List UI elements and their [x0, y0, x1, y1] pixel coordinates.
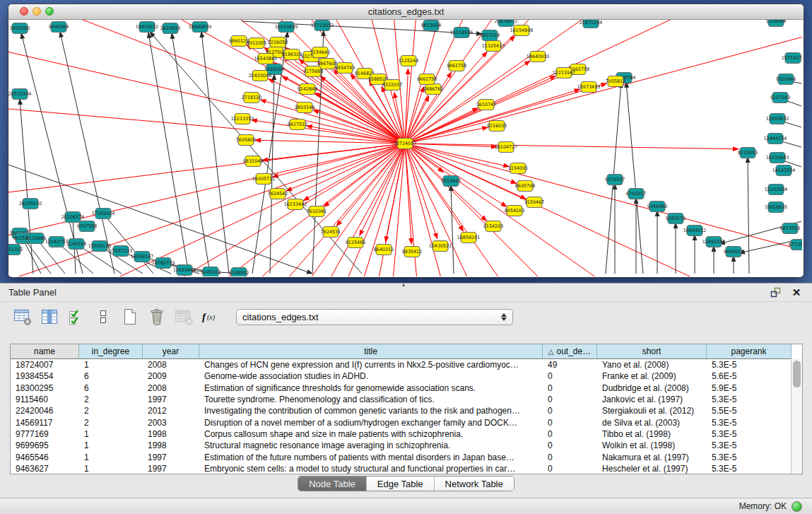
table-cell[interactable]: 5.3E-5 — [707, 464, 792, 474]
table-cell[interactable]: 9699695 — [11, 440, 79, 450]
column-header-title[interactable]: title — [199, 344, 543, 358]
table-row[interactable]: 1830029562008Estimation of significance … — [11, 382, 802, 394]
table-cell[interactable]: 9463627 — [11, 464, 79, 474]
graph-node[interactable]: 2226058 — [268, 37, 288, 48]
table-cell[interactable]: 0 — [543, 371, 597, 381]
clear-selection-icon[interactable] — [92, 305, 114, 328]
graph-node[interactable]: 9216035 — [487, 121, 507, 132]
table-cell[interactable]: 0 — [543, 406, 597, 416]
graph-node[interactable]: 1154642 — [310, 47, 330, 58]
graph-node[interactable]: 2486760 — [423, 84, 443, 95]
table-cell[interactable]: 5.3E-5 — [707, 440, 792, 450]
graph-node[interactable]: 7610341 — [307, 206, 326, 217]
table-cell[interactable]: Structural magnetic resonance image aver… — [199, 440, 543, 450]
graph-node[interactable]: 1610747 — [476, 100, 496, 110]
table-cell[interactable]: 0 — [543, 383, 597, 393]
table-cell[interactable]: Genome-wide association studies in ADHD. — [199, 371, 543, 381]
graph-node[interactable]: 2718120 — [242, 93, 261, 103]
graph-node[interactable]: 9835412 — [402, 247, 422, 257]
graph-node[interactable]: 6473559 — [780, 223, 800, 234]
graph-node[interactable]: 8454743 — [335, 63, 355, 74]
graph-node[interactable]: 7955812 — [606, 76, 625, 87]
graph-node[interactable]: 9861758 — [447, 61, 466, 71]
close-window-button[interactable] — [20, 7, 28, 16]
table-cell[interactable]: 1997 — [143, 452, 199, 462]
table-cell[interactable]: Estimation of the future numbers of pati… — [199, 452, 543, 462]
graph-node[interactable]: 1154091 — [508, 163, 528, 174]
table-cell[interactable]: 9777169 — [11, 429, 79, 439]
new-column-icon[interactable] — [119, 305, 141, 328]
table-cell[interactable]: Hescheler et al. (1997) — [597, 464, 707, 474]
table-cell[interactable]: 18300295 — [11, 383, 79, 393]
table-cell[interactable]: 5.5E-5 — [707, 406, 792, 416]
table-cell[interactable]: 1 — [79, 429, 143, 439]
table-cell[interactable]: Tibbo et al. (1998) — [597, 429, 707, 439]
graph-node[interactable]: 8912955 — [247, 38, 266, 49]
column-select-icon[interactable] — [38, 305, 61, 328]
table-cell[interactable]: 1 — [79, 452, 143, 462]
table-cell[interactable]: 9465546 — [11, 452, 79, 462]
graph-node[interactable]: 8695798 — [515, 181, 535, 192]
graph-node[interactable]: 9175685 — [303, 66, 323, 77]
graph-node[interactable]: 6791917 — [626, 189, 646, 199]
graph-node[interactable]: 2620659 — [160, 23, 180, 34]
table-cell[interactable]: 0 — [543, 440, 597, 450]
table-cell[interactable]: 5.3E-5 — [707, 395, 792, 404]
graph-node[interactable]: 1145194 — [66, 239, 86, 250]
table-cell[interactable]: 2009 — [143, 371, 199, 381]
column-header-outde[interactable]: △out_de… — [543, 344, 597, 358]
graph-node[interactable]: 7624542 — [268, 189, 288, 199]
graph-node[interactable]: 9242848 — [298, 84, 317, 95]
graph-node[interactable]: 9248502 — [229, 268, 249, 277]
table-cell[interactable]: Nakamura et al. (1997) — [597, 452, 707, 462]
table-cell[interactable]: 9115460 — [11, 395, 79, 404]
graph-node[interactable]: 1803580 — [10, 23, 30, 34]
table-cell[interactable]: 6 — [79, 371, 143, 381]
table-cell[interactable]: 2003 — [143, 418, 199, 428]
zoom-window-button[interactable] — [45, 7, 54, 16]
delete-column-icon[interactable] — [146, 305, 168, 328]
table-row[interactable]: 977716911998Corpus callosum shape and si… — [11, 428, 802, 440]
table-cell[interactable]: Corpus callosum shape and size in male p… — [199, 429, 543, 439]
table-cell[interactable]: 5.3E-5 — [707, 429, 792, 439]
graph-node[interactable]: 7695805 — [236, 135, 256, 146]
graph-node[interactable]: 5318584 — [766, 20, 786, 27]
table-cell[interactable]: 2 — [79, 395, 143, 404]
graph-node[interactable]: 9346980 — [647, 201, 667, 212]
table-cell[interactable]: Stergiakouli et al. (2012) — [597, 406, 707, 416]
graph-node[interactable]: 9051315 — [8, 245, 23, 255]
column-header-name[interactable]: name — [11, 344, 79, 358]
graph-node[interactable]: 9125486 — [346, 238, 365, 248]
table-cell[interactable]: Disruption of a novel member of a sodium… — [199, 418, 543, 428]
graph-node[interactable]: 9397588 — [77, 221, 97, 232]
graph-node[interactable]: 8215953 — [738, 148, 758, 158]
column-header-year[interactable]: year — [143, 344, 199, 358]
table-cell[interactable]: 5.3E-5 — [707, 452, 792, 462]
graph-node[interactable]: 9465012 — [724, 247, 743, 257]
table-row[interactable]: 1456911722003Disruption of a novel membe… — [11, 416, 802, 428]
graph-node[interactable]: 8427512 — [288, 119, 307, 130]
table-cell[interactable]: 5.6E-5 — [707, 371, 792, 381]
graph-node[interactable]: 7624531 — [321, 227, 341, 238]
table-cell[interactable]: 0 — [543, 418, 597, 428]
tab-node-table[interactable]: Node Table — [298, 477, 367, 491]
graph-node[interactable]: 9245012 — [201, 267, 220, 277]
select-all-icon[interactable] — [65, 305, 88, 328]
table-cell[interactable]: 2 — [79, 406, 143, 416]
graph-node[interactable]: 9661758 — [417, 74, 437, 85]
table-cell[interactable]: 2008 — [143, 383, 199, 393]
table-cell[interactable]: Embryonic stem cells: a model to study s… — [199, 464, 543, 474]
table-cell[interactable]: Dudbridge et al. (2008) — [597, 383, 707, 393]
graph-node[interactable]: 8954203 — [505, 206, 524, 216]
table-cell[interactable]: 5.3E-5 — [707, 360, 792, 370]
tab-network-table[interactable]: Network Table — [435, 477, 514, 491]
graph-node[interactable]: 9159467 — [524, 197, 544, 208]
graph-node[interactable]: 1513445 — [441, 176, 461, 187]
table-mode-icon[interactable] — [11, 305, 34, 328]
table-cell[interactable]: de Silva et al. (2003) — [597, 418, 707, 428]
table-cell[interactable]: 0 — [543, 452, 597, 462]
column-header-pagerank[interactable]: pagerank — [707, 344, 792, 358]
network-canvas[interactable]: 1803580944628419419012262065916680839160… — [8, 20, 802, 276]
table-cell[interactable]: 2 — [79, 418, 143, 428]
table-cell[interactable]: 0 — [543, 395, 597, 404]
